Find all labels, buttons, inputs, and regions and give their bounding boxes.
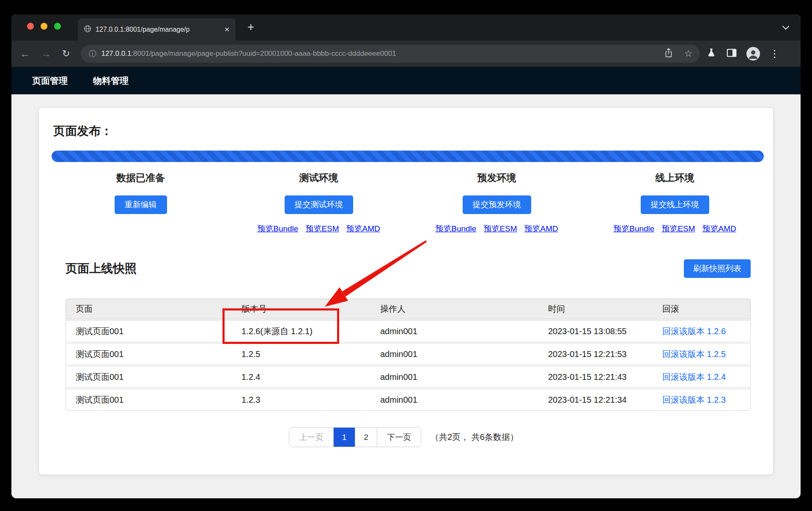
preview-esm-link[interactable]: 预览ESM: [483, 223, 517, 234]
nav-item-page-manage[interactable]: 页面管理: [32, 75, 68, 87]
screen: 127.0.0.1:8001/page/manage/p ✕ + ← → ↻ ⓘ…: [0, 0, 812, 511]
pagination: 上一页 1 2 下一页 （共2页， 共6条数据）: [289, 427, 518, 447]
table-row: 测试页面001 1.2.5 admin001 2023-01-15 12:21:…: [66, 343, 751, 365]
tab-title: 127.0.0.1:8001/page/manage/p: [96, 26, 220, 33]
col-page: 页面: [76, 303, 241, 315]
nav-item-material-manage[interactable]: 物料管理: [93, 75, 129, 87]
submit-test-env-button[interactable]: 提交测试环境: [285, 195, 353, 214]
table-row: 测试页面001 1.2.4 admin001 2023-01-15 12:21:…: [66, 366, 751, 388]
rollback-link[interactable]: 回滚该版本 1.2.5: [662, 349, 741, 360]
flask-icon[interactable]: [706, 47, 717, 60]
browser-window: 127.0.0.1:8001/page/manage/p ✕ + ← → ↻ ⓘ…: [11, 14, 801, 498]
prev-page-button[interactable]: 上一页: [289, 428, 333, 447]
cell-time: 2023-01-15 12:21:43: [548, 372, 662, 382]
stage-label: 线上环境: [656, 171, 694, 185]
page-body: 页面发布： 数据已准备 重新编辑 测试环境 提交测试环境 预览Bundle 预览…: [11, 94, 801, 498]
re-edit-button[interactable]: 重新编辑: [115, 195, 167, 214]
cell-operator: admin001: [380, 349, 548, 359]
col-rollback: 回滚: [662, 303, 741, 315]
preview-bundle-link[interactable]: 预览Bundle: [257, 223, 298, 234]
snapshot-title: 页面上线快照: [66, 261, 137, 277]
address-bar[interactable]: ⓘ 127.0.0.1:8001/page/manage/page-publis…: [81, 45, 700, 63]
col-version: 版本号: [241, 303, 380, 315]
browser-toolbar: ← → ↻ ⓘ 127.0.0.1:8001/page/manage/page-…: [11, 41, 801, 67]
publish-progress-bar: [52, 151, 764, 162]
minimize-window-button[interactable]: [41, 23, 47, 30]
url-text: 127.0.0.1:8001/page/manage/page-publish?…: [101, 49, 396, 58]
tab-search-chevron-icon[interactable]: [782, 25, 790, 32]
annotation-red-arrow: [39, 108, 773, 475]
preview-amd-link[interactable]: 预览AMD: [702, 223, 736, 234]
refresh-snapshot-button[interactable]: 刷新快照列表: [684, 259, 751, 278]
share-icon[interactable]: [663, 47, 674, 60]
profile-avatar[interactable]: [746, 47, 760, 60]
cell-time: 2023-01-15 12:21:34: [548, 395, 662, 405]
publish-stages: 数据已准备 重新编辑 测试环境 提交测试环境 预览Bundle 预览ESM 预览…: [52, 171, 764, 234]
stage-data-ready: 数据已准备 重新编辑: [52, 171, 230, 234]
rollback-link[interactable]: 回滚该版本 1.2.6: [662, 326, 741, 337]
table-row: 测试页面001 1.2.6(来源自 1.2.1) admin001 2023-0…: [66, 320, 751, 342]
snapshot-table: 页面 版本号 操作人 时间 回滚 测试页面001 1.2.6(来源自 1.2.1…: [66, 299, 751, 411]
content-card: 页面发布： 数据已准备 重新编辑 测试环境 提交测试环境 预览Bundle 预览…: [39, 108, 773, 475]
tab-close-icon[interactable]: ✕: [224, 26, 230, 33]
stage-pre-env: 预发环境 提交预发环境 预览Bundle 预览ESM 预览AMD: [408, 171, 586, 234]
cell-page: 测试页面001: [76, 349, 241, 360]
preview-esm-link[interactable]: 预览ESM: [305, 223, 339, 234]
rollback-link[interactable]: 回滚该版本 1.2.4: [662, 371, 741, 383]
close-window-button[interactable]: [27, 23, 34, 30]
traffic-lights: [27, 23, 61, 30]
cell-version: 1.2.6(来源自 1.2.1): [241, 326, 380, 337]
zoom-window-button[interactable]: [54, 23, 61, 30]
preview-bundle-link[interactable]: 预览Bundle: [613, 223, 654, 234]
stage-test-env: 测试环境 提交测试环境 预览Bundle 预览ESM 预览AMD: [230, 171, 408, 234]
submit-online-env-button[interactable]: 提交线上环境: [641, 195, 709, 214]
cell-version: 1.2.4: [241, 372, 380, 382]
page-2-button[interactable]: 2: [355, 428, 377, 447]
submit-pre-env-button[interactable]: 提交预发环境: [463, 195, 531, 214]
rollback-link[interactable]: 回滚该版本 1.2.3: [662, 394, 741, 406]
bookmark-star-icon[interactable]: ☆: [684, 48, 693, 59]
preview-links: 预览Bundle 预览ESM 预览AMD: [435, 223, 558, 234]
reload-icon[interactable]: ↻: [62, 48, 70, 59]
stage-label: 测试环境: [299, 171, 338, 185]
preview-bundle-link[interactable]: 预览Bundle: [435, 223, 476, 234]
globe-icon: [84, 25, 91, 34]
table-header-row: 页面 版本号 操作人 时间 回滚: [66, 299, 751, 319]
stage-label: 数据已准备: [116, 171, 165, 185]
preview-links: 预览Bundle 预览ESM 预览AMD: [613, 223, 736, 234]
next-page-button[interactable]: 下一页: [377, 428, 421, 447]
snapshot-header-row: 页面上线快照 刷新快照列表: [66, 258, 751, 279]
site-nav: 页面管理 物料管理: [11, 67, 801, 94]
browser-tab[interactable]: 127.0.0.1:8001/page/manage/p ✕: [78, 18, 236, 41]
preview-esm-link[interactable]: 预览ESM: [661, 223, 695, 234]
tab-strip: 127.0.0.1:8001/page/manage/p ✕ +: [11, 14, 801, 41]
col-operator: 操作人: [380, 303, 548, 315]
cell-version: 1.2.3: [241, 395, 380, 405]
cell-time: 2023-01-15 13:08:55: [548, 327, 662, 336]
url-host: 127.0.0.1: [101, 49, 131, 58]
cell-page: 测试页面001: [76, 394, 241, 406]
cell-version: 1.2.5: [241, 349, 380, 359]
preview-amd-link[interactable]: 预览AMD: [524, 223, 558, 234]
back-icon[interactable]: ←: [20, 48, 30, 60]
publish-title: 页面发布：: [53, 123, 112, 139]
table-row: 测试页面001 1.2.3 admin001 2023-01-15 12:21:…: [66, 389, 751, 411]
url-path: :8001/page/manage/page-publish?uuid=2000…: [131, 49, 396, 58]
stage-online-env: 线上环境 提交线上环境 预览Bundle 预览ESM 预览AMD: [586, 171, 764, 234]
stage-label: 预发环境: [477, 171, 516, 185]
pagination-summary: （共2页， 共6条数据）: [431, 431, 518, 443]
cell-operator: admin001: [380, 395, 548, 405]
forward-icon[interactable]: →: [41, 48, 51, 60]
cell-operator: admin001: [380, 327, 548, 336]
preview-links: 预览Bundle 预览ESM 预览AMD: [257, 223, 380, 234]
cell-page: 测试页面001: [76, 326, 241, 337]
cell-operator: admin001: [380, 372, 548, 382]
pagination-group: 上一页 1 2 下一页: [289, 427, 421, 447]
new-tab-button[interactable]: +: [247, 20, 254, 34]
preview-amd-link[interactable]: 预览AMD: [346, 223, 380, 234]
site-info-icon[interactable]: ⓘ: [88, 49, 96, 59]
side-panel-icon[interactable]: [726, 47, 737, 60]
menu-dots-icon[interactable]: ⋮: [769, 48, 779, 60]
page-1-button[interactable]: 1: [333, 428, 355, 447]
col-time: 时间: [548, 303, 662, 315]
